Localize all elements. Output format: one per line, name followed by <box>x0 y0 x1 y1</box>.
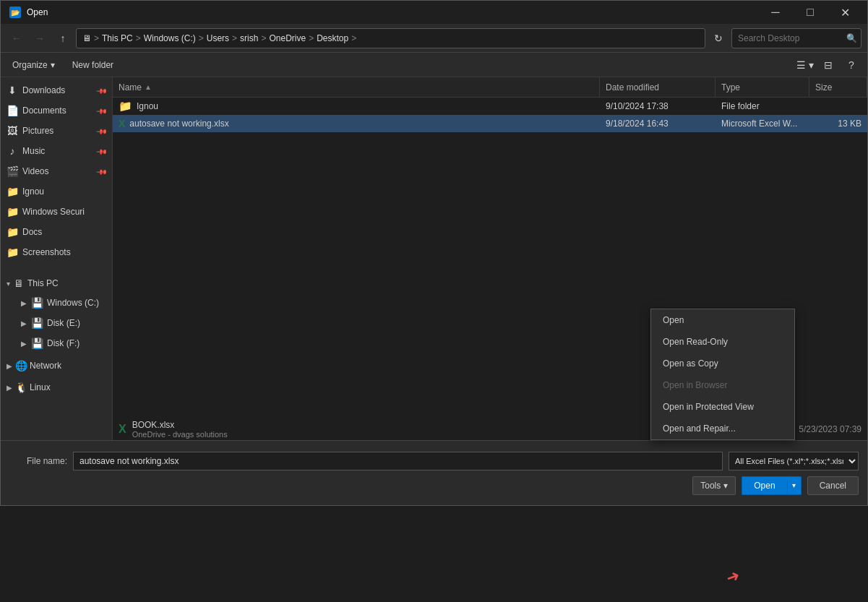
folder-icon: 📁 <box>7 206 18 218</box>
sidebar-item-screenshots[interactable]: 📁 Screenshots <box>1 242 112 262</box>
tools-dropdown-icon: ▾ <box>723 481 728 491</box>
pictures-icon: 🖼 <box>7 125 18 137</box>
sidebar-item-windows-security[interactable]: 📁 Windows Securi <box>1 202 112 222</box>
sidebar-item-label: Docs <box>22 227 106 237</box>
bg-file-sub: OneDrive - dvags solutions <box>132 430 228 439</box>
drive-icon: 💾 <box>31 337 43 349</box>
address-bar: ← → ↑ 🖥 > This PC > Windows (C:) > Users… <box>1 24 867 53</box>
arrow-annotation: ➜ <box>723 566 742 588</box>
chevron-right-icon: ▶ <box>7 384 12 392</box>
breadcrumb-sep: > <box>94 33 99 43</box>
network-icon: 🌐 <box>15 360 27 371</box>
breadcrumb-winc: Windows (C:) <box>144 33 196 43</box>
bottom-bar: File name: All Excel Files (*.xl*;*.xlsx… <box>1 440 867 505</box>
bg-file-name: BOOK.xlsx <box>132 420 228 430</box>
filetype-select[interactable]: All Excel Files (*.xl*;*.xlsx;*.xlsm <box>729 452 859 470</box>
downloads-icon: ⬇ <box>7 85 18 96</box>
file-name: autosave not working.xlsx <box>129 119 228 129</box>
menu-item-open-repair[interactable]: Open and Repair... <box>651 418 794 439</box>
sidebar-item-docs[interactable]: 📁 Docs <box>1 222 112 242</box>
sidebar-item-label: Videos <box>22 166 93 176</box>
tools-button[interactable]: Tools ▾ <box>692 476 736 495</box>
linux-icon: 🐧 <box>15 382 27 393</box>
organize-button[interactable]: Organize ▾ <box>7 57 61 73</box>
sidebar: ⬇ Downloads 📌 📄 Documents 📌 🖼 Pictures 📌… <box>1 77 113 440</box>
sidebar-item-downloads[interactable]: ⬇ Downloads 📌 <box>1 80 112 100</box>
this-pc-section[interactable]: ▾ 🖥 This PC <box>1 274 112 293</box>
sidebar-item-windows-c[interactable]: ▶ 💾 Windows (C:) <box>1 293 112 313</box>
sidebar-item-label: Windows (C:) <box>47 298 106 308</box>
file-type: Microsoft Excel W... <box>716 119 809 129</box>
sidebar-item-label: Pictures <box>22 126 93 136</box>
chevron-right-icon: ▶ <box>21 319 27 327</box>
new-folder-label: New folder <box>72 60 113 70</box>
forward-button[interactable]: → <box>30 28 50 48</box>
breadcrumb-users: Users <box>207 33 229 43</box>
sidebar-item-label: Music <box>22 146 93 156</box>
buttons-row: Tools ▾ Open ▾ Cancel <box>9 476 859 495</box>
search-icon: 🔍 <box>846 33 857 43</box>
chevron-right-icon: ▶ <box>21 340 27 348</box>
breadcrumb[interactable]: 🖥 > This PC > Windows (C:) > Users > sri… <box>76 28 705 48</box>
cancel-button[interactable]: Cancel <box>807 476 859 495</box>
breadcrumb-srish: srish <box>240 33 258 43</box>
menu-item-open-protected[interactable]: Open in Protected View <box>651 396 794 418</box>
menu-item-open-copy[interactable]: Open as Copy <box>651 353 794 374</box>
toolbar: Organize ▾ New folder ☰ ▾ ⊟ ? <box>1 53 867 77</box>
file-row-autosave[interactable]: X autosave not working.xlsx 9/18/2024 16… <box>113 115 867 132</box>
minimize-button[interactable]: ─ <box>759 1 792 24</box>
sidebar-item-videos[interactable]: 🎬 Videos 📌 <box>1 161 112 181</box>
back-button[interactable]: ← <box>7 28 27 48</box>
help-button[interactable]: ? <box>841 55 861 75</box>
menu-item-open[interactable]: Open <box>651 309 794 331</box>
refresh-button[interactable]: ↻ <box>708 28 729 48</box>
file-row-ignou[interactable]: 📁 Ignou 9/10/2024 17:38 File folder <box>113 98 867 115</box>
menu-item-open-browser: Open in Browser <box>651 374 794 396</box>
sidebar-item-documents[interactable]: 📄 Documents 📌 <box>1 100 112 121</box>
linux-label: Linux <box>30 382 106 392</box>
up-button[interactable]: ↑ <box>53 28 73 48</box>
view-options-button[interactable]: ☰ ▾ <box>795 55 815 75</box>
sidebar-item-disk-f[interactable]: ▶ 💾 Disk (F:) <box>1 333 112 353</box>
file-type: File folder <box>716 101 809 111</box>
sidebar-item-label: Disk (E:) <box>47 318 106 328</box>
sidebar-item-label: Disk (F:) <box>47 338 106 348</box>
sidebar-item-pictures[interactable]: 🖼 Pictures 📌 <box>1 121 112 141</box>
close-button[interactable]: ✕ <box>828 1 861 24</box>
pane-button[interactable]: ⊟ <box>818 55 838 75</box>
file-name: Ignou <box>137 101 158 111</box>
drive-icon: 💾 <box>31 297 43 309</box>
menu-item-open-readonly[interactable]: Open Read-Only <box>651 331 794 353</box>
music-icon: ♪ <box>7 145 18 157</box>
search-input[interactable] <box>731 28 861 48</box>
toolbar-right: ☰ ▾ ⊟ ? <box>795 55 861 75</box>
sidebar-item-label: Screenshots <box>22 247 106 257</box>
open-button[interactable]: Open <box>742 476 786 495</box>
maximize-button[interactable]: □ <box>794 1 827 24</box>
file-date: 9/10/2024 17:38 <box>600 101 716 111</box>
network-section[interactable]: ▶ 🌐 Network <box>1 356 112 375</box>
dialog-icon: 📂 <box>9 7 21 18</box>
this-pc-icon: 🖥 <box>13 278 25 289</box>
column-header-name[interactable]: Name ▲ <box>113 77 600 97</box>
dialog-title: Open <box>27 7 48 17</box>
this-pc-label: This PC <box>27 278 106 288</box>
title-bar: 📂 Open ─ □ ✕ <box>1 1 867 24</box>
sidebar-item-ignou[interactable]: 📁 Ignou <box>1 181 112 202</box>
svg-text:📂: 📂 <box>11 8 20 17</box>
column-header-size[interactable]: Size <box>809 77 867 97</box>
sidebar-item-label: Downloads <box>22 85 93 95</box>
pin-icon: 📌 <box>96 145 108 157</box>
sidebar-item-disk-e[interactable]: ▶ 💾 Disk (E:) <box>1 313 112 333</box>
sidebar-item-music[interactable]: ♪ Music 📌 <box>1 141 112 161</box>
new-folder-button[interactable]: New folder <box>66 57 119 73</box>
network-label: Network <box>30 361 106 371</box>
column-header-date[interactable]: Date modified <box>600 77 716 97</box>
filename-input[interactable] <box>73 452 723 470</box>
column-header-type[interactable]: Type <box>716 77 809 97</box>
pin-icon: 📌 <box>96 85 108 96</box>
linux-section[interactable]: ▶ 🐧 Linux <box>1 378 112 397</box>
pin-icon: 📌 <box>96 105 108 116</box>
folder-icon: 📁 <box>7 186 18 197</box>
open-dropdown-button[interactable]: ▾ <box>787 476 802 495</box>
